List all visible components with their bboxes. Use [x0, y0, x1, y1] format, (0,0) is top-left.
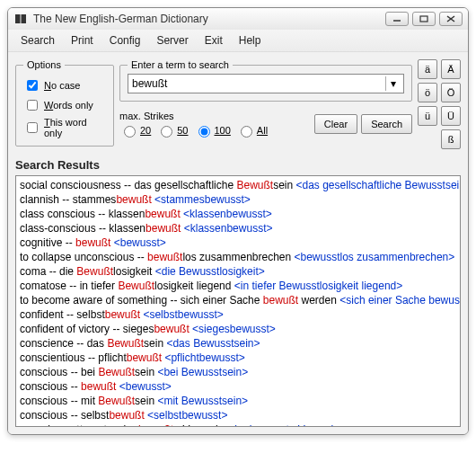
app-window: The New English-German Dictionary Search…	[7, 7, 469, 435]
menu-print[interactable]: Print	[64, 32, 101, 49]
result-row[interactable]: to collapse unconscious -- bewußtlos zus…	[20, 250, 456, 264]
options-group: Options No case Words only This word onl…	[15, 59, 114, 147]
result-row[interactable]: to become aware of something -- sich ein…	[20, 293, 456, 307]
result-row[interactable]: class-conscious -- klassenbewußt <klasse…	[20, 221, 456, 235]
strikes-label: max. Strikes	[119, 111, 311, 121]
menu-exit[interactable]: Exit	[198, 32, 230, 49]
char-UE[interactable]: Ü	[441, 106, 461, 126]
minimize-button[interactable]	[385, 12, 409, 26]
strike-all[interactable]	[241, 126, 252, 138]
result-row[interactable]: conscious attempt -- der bewußte Versuch…	[20, 422, 456, 427]
close-button[interactable]	[439, 12, 463, 26]
maximize-button[interactable]	[412, 12, 436, 26]
result-row[interactable]: conscious -- bei Bewußtsein <bei Bewusst…	[20, 365, 456, 379]
result-row[interactable]: class conscious -- klassenbewußt <klasse…	[20, 207, 456, 221]
menu-server[interactable]: Server	[149, 32, 195, 49]
app-icon	[13, 12, 28, 26]
menu-config[interactable]: Config	[102, 32, 148, 49]
thisword-checkbox[interactable]	[27, 122, 38, 133]
char-oe[interactable]: ö	[418, 83, 437, 102]
wordsonly-label: Words only	[44, 100, 93, 111]
result-row[interactable]: cognitive -- bewußt <bewusst>	[20, 235, 456, 250]
menu-help[interactable]: Help	[232, 32, 269, 49]
strikes-radios: 20 50 100 All	[119, 123, 311, 138]
result-row[interactable]: confident of victory -- siegesbewußt <si…	[20, 322, 456, 336]
search-combo[interactable]: bewußt ▾	[128, 74, 404, 93]
result-row[interactable]: conscious -- mit Bewußtsein <mit Bewusst…	[20, 394, 456, 408]
result-row[interactable]: comatose -- in tiefer Bewußtlosigkeit li…	[20, 279, 456, 293]
char-OE[interactable]: Ö	[441, 83, 461, 102]
clear-button[interactable]: Clear	[314, 114, 357, 134]
menubar: Search Print Config Server Exit Help	[8, 30, 468, 52]
result-row[interactable]: conscious -- selbstbewußt <selbstbewusst…	[20, 408, 456, 422]
result-row[interactable]: confident -- selbstbewußt <selbstbewusst…	[20, 307, 456, 322]
results-heading: Search Results	[15, 158, 461, 172]
result-row[interactable]: conscious -- bewußt <bewusst>	[20, 379, 456, 394]
result-row[interactable]: clannish -- stammesbewußt <stammesbewuss…	[20, 192, 456, 207]
nocase-checkbox[interactable]	[27, 80, 38, 91]
svg-rect-1	[420, 16, 428, 22]
wordsonly-checkbox[interactable]	[27, 100, 38, 111]
result-row[interactable]: social consciousness -- das gesellschaft…	[20, 178, 456, 192]
search-legend: Enter a term to search	[128, 59, 233, 70]
search-group: Enter a term to search bewußt ▾	[119, 59, 412, 102]
window-controls	[385, 12, 463, 26]
char-ae[interactable]: ä	[418, 59, 437, 79]
char-AE[interactable]: Ä	[441, 59, 461, 79]
umlaut-buttons: äÄ öÖ üÜ ß	[418, 59, 461, 149]
options-legend: Options	[23, 59, 65, 70]
result-row[interactable]: conscientious -- pflichtbewußt <pflichtb…	[20, 351, 456, 365]
char-ss[interactable]: ß	[441, 129, 461, 149]
strike-20[interactable]	[124, 126, 136, 138]
char-ue[interactable]: ü	[418, 106, 437, 126]
menu-search[interactable]: Search	[13, 32, 62, 49]
nocase-label: No case	[44, 80, 80, 91]
results-list[interactable]: social consciousness -- das gesellschaft…	[15, 175, 461, 427]
thisword-label: This word only	[44, 117, 106, 138]
result-row[interactable]: coma -- die Bewußtlosigkeit <die Bewusst…	[20, 264, 456, 279]
titlebar: The New English-German Dictionary	[8, 8, 468, 30]
result-row[interactable]: conscience -- das Bewußtsein <das Bewuss…	[20, 336, 456, 351]
search-value: bewußt	[132, 77, 167, 90]
strike-100[interactable]	[198, 126, 210, 138]
search-button[interactable]: Search	[361, 114, 412, 134]
window-title: The New English-German Dictionary	[33, 13, 385, 25]
combo-arrow-icon[interactable]: ▾	[385, 76, 400, 91]
strike-50[interactable]	[161, 126, 172, 138]
content-area: Options No case Words only This word onl…	[8, 52, 468, 434]
